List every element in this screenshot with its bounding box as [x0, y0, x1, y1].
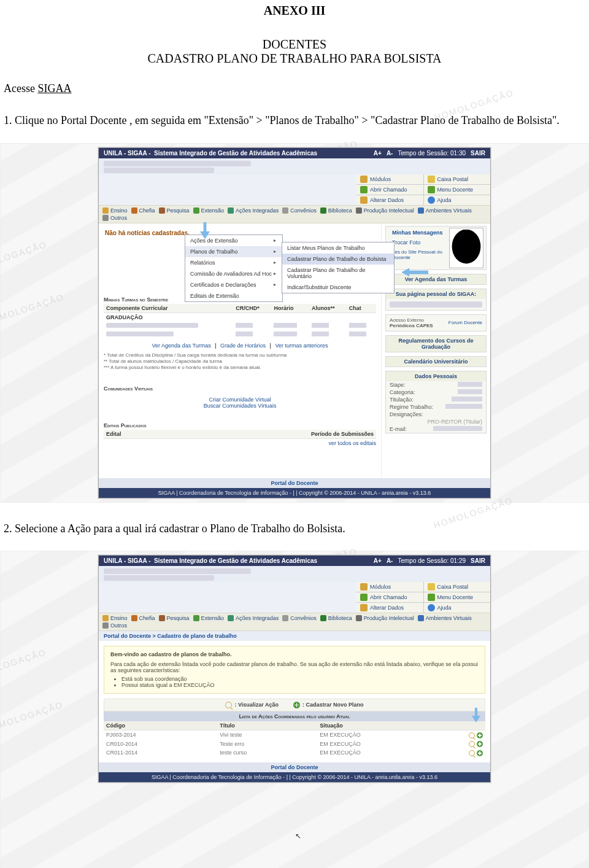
menu-chefia[interactable]: Chefia [131, 207, 155, 214]
editais-table: Edital Período de Submissões [104, 430, 376, 439]
doc-access-link: SIGAA [37, 82, 71, 95]
link-modulos[interactable]: Módulos [356, 174, 423, 184]
dropdown-item-relatorios[interactable]: Relatórios▸ [185, 257, 282, 268]
link-criar-comunidade[interactable]: Criar Comunidade Virtual [209, 397, 271, 403]
link-abrir-2-label: Abrir Chamado [370, 594, 407, 600]
dropdown-item-indicar-discente[interactable]: Indicar/Substituir Discente [282, 282, 394, 293]
m2-convenios: Convênios [290, 615, 317, 621]
link-caixa-2[interactable]: Caixa Postal [424, 582, 491, 592]
menu-outros-2[interactable]: Outros [102, 622, 127, 629]
side-calendario[interactable]: Calendário Universitário [385, 356, 487, 367]
th-horario: Horário [271, 304, 309, 313]
content-area: Ações de Extensão▸ Planos de Trabalho▸ R… [99, 223, 490, 478]
font-increase[interactable]: A+ [374, 150, 382, 157]
link-caixa-postal[interactable]: Caixa Postal [424, 174, 491, 184]
link-grade[interactable]: Grade de Horários [220, 343, 266, 349]
menu-biblioteca-2[interactable]: Biblioteca [320, 615, 352, 621]
visualizar-icon[interactable] [469, 750, 475, 756]
menu-extensao-2[interactable]: Extensão [193, 615, 225, 621]
link-trocar-foto[interactable]: Trocar Foto [388, 238, 449, 247]
link-ver-agenda[interactable]: Ver Agenda das Turmas [152, 343, 211, 349]
link-forum-docente[interactable]: Fórum Docente [448, 320, 482, 325]
menu-ambientes[interactable]: Ambientes Virtuais [418, 207, 472, 214]
dropdown-item-listar-planos[interactable]: Listar Meus Planos de Trabalho [282, 242, 394, 254]
menu-ensino[interactable]: Ensino [102, 207, 128, 214]
dropdown-item-certificados[interactable]: Certificados e Declarações▸ [185, 279, 282, 290]
menu-producao-2[interactable]: Produção Intelectual [356, 615, 414, 621]
menu-pesquisa-2[interactable]: Pesquisa [159, 615, 190, 621]
font-decrease[interactable]: A- [387, 150, 393, 157]
welcome-bullet-2: Possui status igual a EM EXECUÇÃO [121, 682, 479, 688]
link-alterar-dados[interactable]: Alterar Dados [356, 195, 423, 205]
link-minhas-mensagens[interactable]: Minhas Mensagens [388, 228, 449, 238]
link-turmas-anteriores[interactable]: Ver turmas anteriores [275, 343, 328, 349]
menu-chefia-2[interactable]: Chefia [131, 615, 155, 621]
cadastrar-icon[interactable] [477, 750, 483, 756]
dropdown-item-cadastrar-voluntario[interactable]: Cadastrar Plano de Trabalho de Voluntári… [282, 265, 394, 282]
footer-2: SIGAA | Coordenadoria de Tecnologia de I… [99, 772, 490, 782]
link-site-docente[interactable]: des do Site Pessoal do Docente [388, 247, 449, 262]
menu-acoes-label: Ações Integradas [236, 207, 279, 214]
menu-acoes-2[interactable]: Ações Integradas [228, 615, 279, 621]
section-editais: Editais Publicados [104, 422, 376, 428]
link-modulos-2[interactable]: Módulos [356, 582, 423, 592]
menu-outros[interactable]: Outros [102, 215, 127, 221]
dropdown-extensao: Ações de Extensão▸ Planos de Trabalho▸ R… [185, 234, 283, 302]
welcome-text: Para cada ação de extensão listada você … [110, 661, 479, 673]
menu-pesquisa[interactable]: Pesquisa [159, 207, 190, 214]
link-ver-agenda-turmas[interactable]: Ver Agenda das Turmas [386, 274, 486, 284]
dd2-j1: Cadastrar Plano de Trabalho de Bolsista [287, 256, 387, 262]
dropdown-item-planos-trabalho[interactable]: Planos de Trabalho▸ [185, 246, 282, 257]
cadastrar-icon[interactable] [477, 732, 483, 738]
link-ajuda[interactable]: Ajuda [424, 195, 491, 205]
visualizar-icon[interactable] [469, 741, 475, 747]
m2-ambientes: Ambientes Virtuais [426, 615, 472, 621]
user-identity-2 [99, 566, 490, 582]
doc-access-prefix: Acesse [4, 82, 37, 95]
th-edital: Edital [104, 430, 166, 439]
link-portal-docente-2[interactable]: Portal do Docente [99, 762, 490, 772]
menu-convenios-2[interactable]: Convênios [282, 615, 317, 621]
link-abrir-2[interactable]: Abrir Chamado [356, 592, 423, 602]
font-decrease-2[interactable]: A- [387, 557, 393, 564]
avatar [449, 228, 483, 268]
menu-ambientes-2[interactable]: Ambientes Virtuais [418, 615, 472, 621]
magnifier-icon [225, 702, 232, 708]
link-alterar-2[interactable]: Alterar Dados [356, 603, 423, 613]
screenshot-1: UNILA - SIGAA - Sistema Integrado de Ges… [0, 143, 589, 503]
link-abrir-chamado[interactable]: Abrir Chamado [356, 185, 423, 195]
menu-acoes-integradas[interactable]: Ações Integradas [228, 207, 279, 214]
menu-biblioteca[interactable]: Biblioteca [320, 207, 352, 214]
cadastrar-icon[interactable] [477, 741, 483, 747]
menu-extensao[interactable]: Extensão [193, 207, 225, 214]
dropdown-item-acoes-extensao[interactable]: Ações de Extensão▸ [185, 235, 282, 246]
menu-ensino-2[interactable]: Ensino [102, 615, 128, 621]
capes-main[interactable]: Periódicos CAPES [390, 323, 433, 328]
side-dados-pessoais: Dados Pessoais Siape: Categoria: Titulaç… [385, 371, 487, 433]
dd1-i2: Relatórios [190, 260, 215, 266]
dropdown-item-comissao[interactable]: Comissão de Avaliadores Ad Hoc▸ [185, 268, 282, 279]
m2-extensao: Extensão [201, 615, 225, 621]
link-buscar-comunidades[interactable]: Buscar Comunidades Virtuais [204, 403, 276, 409]
font-increase-2[interactable]: A+ [374, 557, 382, 564]
link-portal-docente[interactable]: Portal do Docente [99, 478, 490, 488]
menu-producao[interactable]: Produção Intelectual [356, 207, 414, 214]
lbl-siape: Siape: [390, 382, 406, 388]
top-links-2: Módulos Caixa Postal Abrir Chamado Menu … [99, 582, 490, 613]
link-menu-docente-2[interactable]: Menu Docente [424, 592, 491, 602]
system-bar: UNILA - SIGAA - Sistema Integrado de Ges… [99, 148, 490, 158]
sysbar-subtitle: Sistema Integrado de Gestão de Atividade… [154, 150, 317, 157]
cell-titulo: Vivi teste [217, 730, 317, 739]
table-row: PJ003-2014Vivi testeEM EXECUÇÃO [104, 730, 485, 739]
dropdown-item-cadastrar-bolsista[interactable]: Cadastrar Plano de Trabalho de Bolsista [282, 254, 394, 265]
link-ver-todos-editais[interactable]: ver todos os editais [104, 439, 376, 448]
menu-convenios[interactable]: Convênios [282, 207, 317, 214]
link-menu-docente[interactable]: Menu Docente [424, 185, 491, 195]
logout-button-2[interactable]: SAIR [471, 557, 485, 564]
lbl-titulacao: Titulação: [390, 397, 414, 403]
visualizar-icon[interactable] [469, 732, 475, 738]
link-ajuda-2[interactable]: Ajuda [424, 603, 491, 613]
logout-button[interactable]: SAIR [471, 150, 485, 157]
dropdown-item-editais[interactable]: Editais de Extensão [185, 290, 282, 301]
side-regulamento[interactable]: Regulamento dos Cursos de Graduação [385, 335, 487, 352]
